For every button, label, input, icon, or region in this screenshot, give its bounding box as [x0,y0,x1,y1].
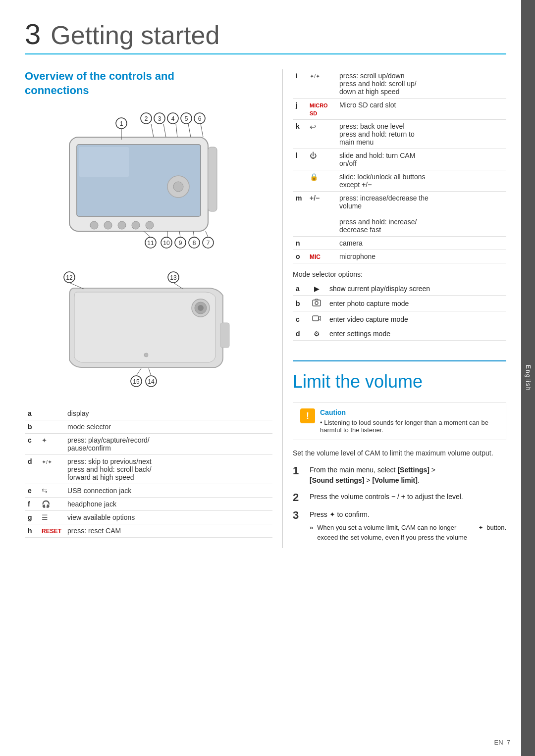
mode-selector-table: a ▶ show current play/display screen b e… [293,282,506,341]
desc-l2: slide: lock/unlock all buttonsexcept +/− [336,170,506,192]
diagram-area: 1 2 3 4 5 6 [25,107,272,397]
right-column: i ✦/✦ press: scroll up/downpress and hol… [282,69,506,548]
section-heading: Overview of the controls andconnections [25,69,272,98]
svg-text:3: 3 [158,115,161,122]
table-row: m +/− press: increase/decrease thevolume… [293,192,506,237]
key-h: h [25,524,39,538]
mode-desc-a: show current play/display screen [326,282,506,296]
table-row: e ⇆ USB connection jack [25,484,272,498]
table-row: h RESET press: reset CAM [25,524,272,538]
desc-n: camera [336,237,506,250]
key-n: n [293,237,307,250]
list-item: 1 From the main menu, select [Settings] … [293,465,506,486]
svg-text:5: 5 [185,115,188,122]
svg-text:6: 6 [198,115,202,122]
table-row: i ✦/✦ press: scroll up/downpress and hol… [293,69,506,99]
table-row: a display [25,407,272,420]
svg-text:13: 13 [170,274,177,281]
key-a: a [25,407,39,420]
desc-k: press: back one levelpress and hold: ret… [336,120,506,149]
desc-a: display [64,407,272,420]
volume-section: Limit the volume ! Caution • Listening t… [293,360,506,542]
svg-point-5 [104,221,112,229]
mode-selector-title: Mode selector options: [293,270,506,278]
key-g: g [25,511,39,524]
step-text-3: Press ✦ to confirm. When you set a volum… [310,509,506,542]
desc-g: view available options [64,511,272,524]
left-column: Overview of the controls andconnections [25,69,282,548]
svg-text:10: 10 [163,240,170,247]
table-row: c ✦ press: play/capture/record/pause/con… [25,434,272,455]
svg-text:4: 4 [171,115,175,122]
caution-box: ! Caution • Listening to loud sounds for… [293,402,506,440]
svg-point-10 [173,182,183,192]
svg-line-28 [201,124,203,137]
svg-point-4 [90,221,98,229]
table-row: o MIC microphone [293,250,506,263]
svg-text:9: 9 [179,240,182,247]
icon-i: ✦/✦ [307,69,336,99]
key-m: m [293,192,307,237]
svg-point-62 [315,302,318,304]
key-l: l [293,149,307,170]
step-text-2: Press the volume controls − / + to adjus… [310,492,506,502]
desc-c: press: play/capture/record/pause/confirm [64,434,272,455]
svg-line-59 [149,368,151,376]
video-icon [312,314,321,323]
svg-rect-63 [313,316,319,321]
svg-line-39 [206,231,208,237]
mode-desc-b: enter photo capture mode [326,296,506,311]
volume-desc: Set the volume level of CAM to limit the… [293,449,506,457]
left-controls-table: a display b mode selector c ✦ pres [25,407,272,538]
steps-list: 1 From the main menu, select [Settings] … [293,465,506,542]
key-e: e [25,484,39,498]
caution-content: Caution • Listening to loud sounds for l… [320,408,499,434]
svg-rect-48 [220,323,229,348]
caution-text: • Listening to loud sounds for longer th… [320,419,499,434]
mode-key-c: c [293,311,307,327]
desc-e: USB connection jack [64,484,272,498]
icon-c: ✦ [39,434,64,455]
right-controls-table: i ✦/✦ press: scroll up/downpress and hol… [293,69,506,263]
key-d: d [25,455,39,484]
icon-h: RESET [39,524,64,538]
icon-m: +/− [307,192,336,237]
table-row: c enter video capture mode [293,311,506,327]
table-row: f 🎧 headphone jack [25,498,272,511]
table-row: b mode selector [25,420,272,434]
camera-icon [312,298,321,307]
caution-title: Caution [320,408,499,416]
icon-d: ✦/✦ [39,455,64,484]
table-row: n camera [293,237,506,250]
svg-point-7 [132,221,140,229]
table-row: l ⏻ slide and hold: turn CAMon/off [293,149,506,170]
main-content: 3 Getting started Overview of the contro… [0,0,521,756]
page-wrapper: 3 Getting started Overview of the contro… [0,0,535,756]
table-row: k ↩ press: back one levelpress and hold:… [293,120,506,149]
icon-o: MIC [307,250,336,263]
footer-lang: EN [494,739,503,746]
mode-icon-c [307,311,326,327]
table-row: a ▶ show current play/display screen [293,282,506,296]
desc-o: microphone [336,250,506,263]
svg-rect-2 [79,147,129,177]
svg-text:1: 1 [120,120,123,127]
list-item: When you set a volume limit, CAM can no … [310,523,506,542]
svg-line-43 [144,231,151,237]
mode-desc-d: enter settings mode [326,327,506,341]
svg-line-60 [136,368,141,376]
icon-l: ⏻ [307,149,336,170]
icon-k: ↩ [307,120,336,149]
svg-line-26 [176,124,177,137]
language-tab: English [521,0,535,756]
svg-point-47 [144,353,148,357]
icon-j: MICRO SD [307,99,336,120]
mode-key-b: b [293,296,307,311]
desc-m: press: increase/decrease thevolumepress … [336,192,506,237]
table-row: d ✦/✦ press: skip to previous/nextpress … [25,455,272,484]
mode-icon-a: ▶ [307,282,326,296]
svg-line-25 [163,124,166,137]
volume-title: Limit the volume [293,371,506,392]
mode-key-d: d [293,327,307,341]
device-diagram-bottom: 12 13 14 15 [54,258,243,397]
